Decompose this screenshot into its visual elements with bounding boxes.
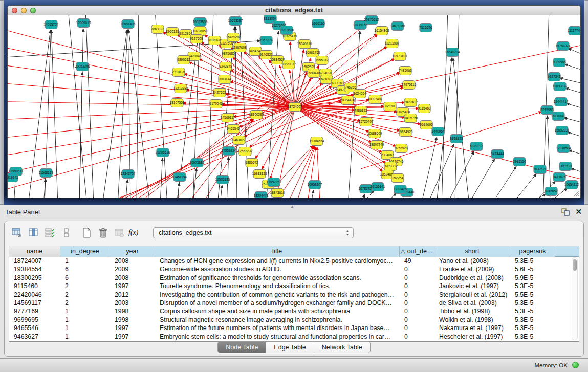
graph-node[interactable]: 2967608 [233, 43, 247, 52]
column-header-name[interactable]: name [9, 246, 60, 257]
table-cell[interactable]: 9465546 [9, 324, 60, 332]
table-cell[interactable]: Tibbo et al. (1998) [434, 307, 510, 315]
table-row[interactable]: 911546021997Tourette syndrome. Phenomeno… [9, 282, 579, 290]
window-resize-grip[interactable] [572, 190, 579, 197]
table-cell[interactable]: 6 [60, 265, 110, 273]
table-row[interactable]: 2242004622012Investigating the contribut… [9, 291, 579, 299]
graph-node[interactable]: 1167533 [559, 162, 572, 171]
table-cell[interactable]: 0 [400, 274, 434, 282]
table-settings-button[interactable]: ⚙ [10, 226, 25, 239]
graph-node[interactable]: 20364436 [340, 96, 355, 105]
row-height-button[interactable] [59, 226, 74, 239]
delete-table-button[interactable] [96, 226, 111, 239]
table-cell[interactable]: 18300295 [9, 274, 60, 282]
graph-node[interactable]: 8471676 [553, 173, 566, 182]
panel-splitter-grip[interactable]: ▲ [290, 204, 294, 209]
graph-node[interactable]: 17359924 [222, 147, 236, 156]
table-cell[interactable]: 5.6E-5 [510, 265, 555, 273]
show-columns-button[interactable] [26, 226, 41, 239]
table-cell[interactable]: 0 [400, 316, 434, 324]
window-titlebar[interactable]: citations_edges.txt [8, 6, 580, 15]
graph-node[interactable]: 8186328 [208, 36, 221, 45]
graph-node[interactable]: 11117744 [568, 27, 580, 35]
graph-node[interactable]: 10975887 [190, 159, 205, 167]
column-header-out-degree[interactable]: △ out_de… [400, 246, 434, 257]
graph-node[interactable]: 10958107 [308, 181, 322, 189]
graph-node[interactable]: 12093832 [553, 82, 568, 91]
table-cell[interactable]: Disruption of a novel member of a sodium… [155, 299, 400, 307]
table-cell[interactable]: 9699695 [9, 316, 60, 324]
graph-node[interactable]: 9896512 [177, 56, 190, 64]
table-cell[interactable]: Jankovic et al. (1997) [434, 282, 510, 290]
graph-node[interactable]: 20876612 [364, 16, 379, 25]
table-cell[interactable]: 5.3E-5 [510, 307, 555, 315]
table-cell[interactable]: 5.3E-5 [510, 282, 555, 290]
graph-node[interactable]: 14055724 [44, 20, 59, 29]
table-cell[interactable]: 0 [400, 324, 434, 332]
table-cell[interactable]: Embryonic stem cells: a model to study s… [155, 333, 400, 341]
table-cell[interactable]: 1 [60, 333, 110, 341]
graph-node[interactable]: 9245652 [545, 187, 558, 196]
graph-node[interactable]: 18304478 [254, 192, 269, 199]
table-cell[interactable]: 5.3E-5 [510, 257, 555, 265]
graph-node[interactable]: 14671368 [390, 22, 405, 31]
graph-node[interactable]: 12652232 [238, 147, 253, 156]
graph-node[interactable]: 16154808 [375, 27, 389, 35]
graph-node[interactable]: 19218506 [279, 26, 294, 35]
table-cell[interactable]: 1 [60, 307, 110, 315]
graph-node[interactable]: 9474444 [491, 150, 504, 159]
right-panel-splitter[interactable] [584, 0, 588, 205]
graph-node[interactable]: 6966160 [312, 19, 325, 28]
graph-node[interactable]: 9886572 [245, 159, 258, 167]
table-cell[interactable]: 9115460 [9, 282, 60, 290]
graph-node[interactable]: 7515526 [419, 24, 432, 32]
table-cell[interactable]: Nakamura et al. (1997) [434, 324, 510, 332]
table-cell[interactable]: Genome-wide association studies in ADHD. [155, 265, 400, 273]
table-cell[interactable]: 5.3E-5 [510, 316, 555, 324]
graph-node[interactable]: 17957253 [267, 178, 281, 187]
table-row[interactable]: 1456911722003Disruption of a novel membe… [9, 299, 579, 307]
column-header-title[interactable]: title [155, 246, 400, 257]
graph-node[interactable]: 15692931 [555, 126, 570, 135]
graph-node[interactable]: 9756928 [395, 144, 408, 153]
graph-node[interactable]: 2803144 [218, 75, 231, 84]
graph-node[interactable]: 16648784 [445, 48, 460, 57]
tab-node-table[interactable]: Node Table [218, 342, 266, 353]
graph-node[interactable]: 11451194 [172, 173, 187, 182]
table-row[interactable]: 1872400712008Changes of HCN gene express… [9, 257, 579, 265]
table-cell[interactable]: 14569117 [9, 299, 60, 307]
table-cell[interactable]: 9463627 [9, 333, 60, 341]
graph-node[interactable]: 9242848 [219, 62, 232, 71]
table-cell[interactable]: Franke et al. (2009) [434, 265, 510, 273]
table-cell[interactable]: Investigating the contribution of common… [155, 291, 400, 299]
graph-node[interactable]: 15720407 [359, 118, 374, 126]
graph-node[interactable]: 10973493 [393, 52, 407, 61]
table-cell[interactable]: 2008 [110, 274, 155, 282]
graph-node[interactable]: 7632621 [533, 165, 547, 174]
table-cell[interactable]: Hescheler et al. (1997) [434, 333, 510, 341]
graph-node[interactable]: 9115460 [418, 104, 431, 113]
graph-node[interactable]: 9463627 [232, 136, 246, 145]
select-rows-button[interactable]: ✓✓✓ [42, 226, 58, 239]
table-cell[interactable]: Corpus callosum shape and size in male p… [155, 307, 400, 315]
left-panel-splitter[interactable] [0, 0, 4, 205]
graph-node[interactable]: 18495758 [403, 114, 418, 123]
graph-node[interactable]: 2718126 [172, 68, 185, 77]
float-panel-icon[interactable] [561, 208, 570, 216]
graph-node[interactable]: 18724007 [288, 103, 302, 112]
graph-node[interactable]: 18300295 [249, 111, 264, 119]
graph-node[interactable]: 1440954 [431, 127, 445, 136]
graph-node[interactable]: 12213987 [385, 39, 400, 48]
graph-node[interactable]: 19384554 [310, 137, 324, 146]
table-cell[interactable]: 6 [60, 274, 110, 282]
table-cell[interactable]: 5.3E-5 [510, 324, 555, 332]
table-cell[interactable]: 9777169 [9, 307, 60, 315]
graph-node[interactable]: 9875685 [222, 50, 235, 58]
graph-node[interactable]: 1733426 [394, 185, 407, 194]
table-cell[interactable]: 1 [60, 316, 110, 324]
graph-node[interactable]: 8958923 [450, 135, 463, 143]
graph-node[interactable]: 12342757 [121, 170, 136, 179]
table-cell[interactable]: 0 [400, 291, 434, 299]
table-cell[interactable]: 1997 [110, 324, 155, 332]
graph-node[interactable]: 18843610 [270, 189, 285, 198]
